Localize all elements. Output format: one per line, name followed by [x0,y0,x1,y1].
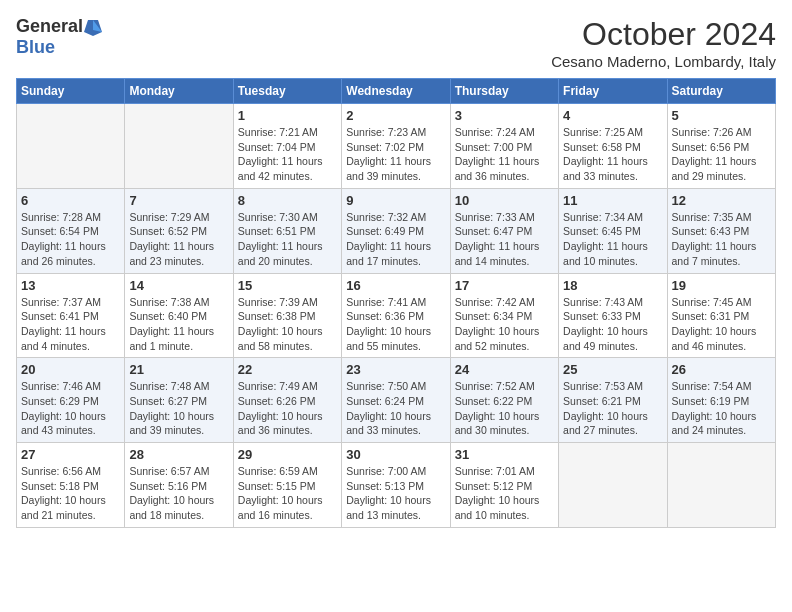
day-number: 24 [455,362,554,377]
calendar-week-3: 13Sunrise: 7:37 AMSunset: 6:41 PMDayligh… [17,273,776,358]
daylight-text: Daylight: 11 hours and 33 minutes. [563,154,662,183]
calendar-cell: 26Sunrise: 7:54 AMSunset: 6:19 PMDayligh… [667,358,775,443]
sunset-text: Sunset: 6:51 PM [238,224,337,239]
sunset-text: Sunset: 6:58 PM [563,140,662,155]
sunrise-text: Sunrise: 6:57 AM [129,464,228,479]
calendar-cell: 18Sunrise: 7:43 AMSunset: 6:33 PMDayligh… [559,273,667,358]
daylight-text: Daylight: 11 hours and 4 minutes. [21,324,120,353]
sunset-text: Sunset: 6:45 PM [563,224,662,239]
calendar-cell: 19Sunrise: 7:45 AMSunset: 6:31 PMDayligh… [667,273,775,358]
day-number: 22 [238,362,337,377]
day-detail: Sunrise: 7:50 AMSunset: 6:24 PMDaylight:… [346,379,445,438]
calendar-cell: 6Sunrise: 7:28 AMSunset: 6:54 PMDaylight… [17,188,125,273]
weekday-header-wednesday: Wednesday [342,79,450,104]
sunrise-text: Sunrise: 7:32 AM [346,210,445,225]
daylight-text: Daylight: 11 hours and 29 minutes. [672,154,771,183]
calendar-cell: 29Sunrise: 6:59 AMSunset: 5:15 PMDayligh… [233,443,341,528]
sunset-text: Sunset: 7:00 PM [455,140,554,155]
sunrise-text: Sunrise: 6:56 AM [21,464,120,479]
calendar-cell: 22Sunrise: 7:49 AMSunset: 6:26 PMDayligh… [233,358,341,443]
day-detail: Sunrise: 6:57 AMSunset: 5:16 PMDaylight:… [129,464,228,523]
day-number: 21 [129,362,228,377]
day-number: 5 [672,108,771,123]
calendar-cell: 4Sunrise: 7:25 AMSunset: 6:58 PMDaylight… [559,104,667,189]
calendar-cell: 12Sunrise: 7:35 AMSunset: 6:43 PMDayligh… [667,188,775,273]
daylight-text: Daylight: 11 hours and 36 minutes. [455,154,554,183]
sunset-text: Sunset: 6:47 PM [455,224,554,239]
calendar-cell: 16Sunrise: 7:41 AMSunset: 6:36 PMDayligh… [342,273,450,358]
sunset-text: Sunset: 6:33 PM [563,309,662,324]
sunrise-text: Sunrise: 7:26 AM [672,125,771,140]
sunset-text: Sunset: 6:27 PM [129,394,228,409]
day-number: 7 [129,193,228,208]
day-detail: Sunrise: 7:38 AMSunset: 6:40 PMDaylight:… [129,295,228,354]
sunset-text: Sunset: 6:34 PM [455,309,554,324]
day-number: 3 [455,108,554,123]
daylight-text: Daylight: 11 hours and 10 minutes. [563,239,662,268]
weekday-header-friday: Friday [559,79,667,104]
day-number: 9 [346,193,445,208]
day-detail: Sunrise: 7:26 AMSunset: 6:56 PMDaylight:… [672,125,771,184]
daylight-text: Daylight: 10 hours and 10 minutes. [455,493,554,522]
day-detail: Sunrise: 7:37 AMSunset: 6:41 PMDaylight:… [21,295,120,354]
day-number: 8 [238,193,337,208]
daylight-text: Daylight: 11 hours and 39 minutes. [346,154,445,183]
calendar-cell: 5Sunrise: 7:26 AMSunset: 6:56 PMDaylight… [667,104,775,189]
day-detail: Sunrise: 7:41 AMSunset: 6:36 PMDaylight:… [346,295,445,354]
sunset-text: Sunset: 7:02 PM [346,140,445,155]
day-number: 4 [563,108,662,123]
sunrise-text: Sunrise: 7:29 AM [129,210,228,225]
sunset-text: Sunset: 7:04 PM [238,140,337,155]
day-detail: Sunrise: 7:39 AMSunset: 6:38 PMDaylight:… [238,295,337,354]
day-number: 23 [346,362,445,377]
daylight-text: Daylight: 10 hours and 46 minutes. [672,324,771,353]
day-number: 10 [455,193,554,208]
daylight-text: Daylight: 11 hours and 20 minutes. [238,239,337,268]
daylight-text: Daylight: 10 hours and 16 minutes. [238,493,337,522]
sunset-text: Sunset: 6:31 PM [672,309,771,324]
weekday-header-row: SundayMondayTuesdayWednesdayThursdayFrid… [17,79,776,104]
daylight-text: Daylight: 10 hours and 18 minutes. [129,493,228,522]
day-detail: Sunrise: 7:43 AMSunset: 6:33 PMDaylight:… [563,295,662,354]
sunrise-text: Sunrise: 7:21 AM [238,125,337,140]
sunset-text: Sunset: 5:15 PM [238,479,337,494]
calendar-cell: 7Sunrise: 7:29 AMSunset: 6:52 PMDaylight… [125,188,233,273]
daylight-text: Daylight: 10 hours and 24 minutes. [672,409,771,438]
day-number: 14 [129,278,228,293]
day-detail: Sunrise: 7:23 AMSunset: 7:02 PMDaylight:… [346,125,445,184]
day-detail: Sunrise: 7:52 AMSunset: 6:22 PMDaylight:… [455,379,554,438]
daylight-text: Daylight: 11 hours and 42 minutes. [238,154,337,183]
sunrise-text: Sunrise: 7:24 AM [455,125,554,140]
day-detail: Sunrise: 7:30 AMSunset: 6:51 PMDaylight:… [238,210,337,269]
daylight-text: Daylight: 10 hours and 21 minutes. [21,493,120,522]
sunrise-text: Sunrise: 7:38 AM [129,295,228,310]
calendar-cell: 10Sunrise: 7:33 AMSunset: 6:47 PMDayligh… [450,188,558,273]
sunset-text: Sunset: 6:22 PM [455,394,554,409]
calendar-cell: 31Sunrise: 7:01 AMSunset: 5:12 PMDayligh… [450,443,558,528]
logo-icon [84,18,102,36]
daylight-text: Daylight: 10 hours and 43 minutes. [21,409,120,438]
calendar-cell: 8Sunrise: 7:30 AMSunset: 6:51 PMDaylight… [233,188,341,273]
sunset-text: Sunset: 6:41 PM [21,309,120,324]
calendar-cell [17,104,125,189]
sunset-text: Sunset: 6:26 PM [238,394,337,409]
daylight-text: Daylight: 10 hours and 52 minutes. [455,324,554,353]
sunset-text: Sunset: 6:54 PM [21,224,120,239]
sunset-text: Sunset: 6:24 PM [346,394,445,409]
sunrise-text: Sunrise: 7:39 AM [238,295,337,310]
calendar-cell: 25Sunrise: 7:53 AMSunset: 6:21 PMDayligh… [559,358,667,443]
calendar-cell [125,104,233,189]
day-number: 6 [21,193,120,208]
sunset-text: Sunset: 6:38 PM [238,309,337,324]
sunset-text: Sunset: 6:21 PM [563,394,662,409]
sunrise-text: Sunrise: 6:59 AM [238,464,337,479]
sunset-text: Sunset: 5:16 PM [129,479,228,494]
daylight-text: Daylight: 10 hours and 39 minutes. [129,409,228,438]
logo-general: General [16,16,83,37]
sunrise-text: Sunrise: 7:00 AM [346,464,445,479]
logo-blue: Blue [16,37,55,58]
daylight-text: Daylight: 10 hours and 30 minutes. [455,409,554,438]
day-detail: Sunrise: 7:32 AMSunset: 6:49 PMDaylight:… [346,210,445,269]
day-number: 18 [563,278,662,293]
logo: General Blue [16,16,102,58]
